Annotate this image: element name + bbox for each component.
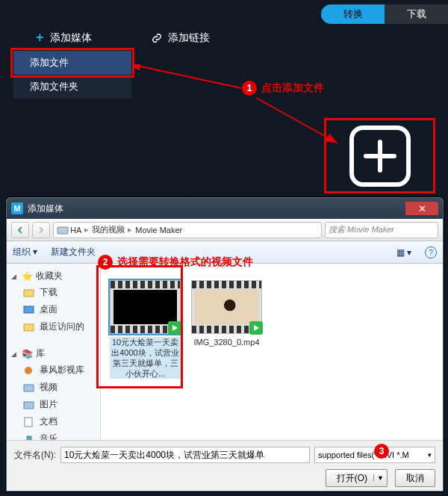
back-button[interactable] xyxy=(11,222,29,238)
sidebar-group-library[interactable]: ◢📚 库 xyxy=(7,344,100,362)
organize-button[interactable]: 组织 ▾ xyxy=(13,246,37,258)
file-name: IMG_3280_0.mp4 xyxy=(191,337,262,347)
dialog-sidebar: ◢⭐ 收藏夹 下载 桌面 最近访问的 ◢📚 库 暴风影视库 视频 图片 文档 音… xyxy=(7,264,101,443)
new-folder-button[interactable]: 新建文件夹 xyxy=(51,246,96,258)
dialog-titlebar: M 添加媒体 ✕ xyxy=(7,198,443,219)
callout-2: 2 选择需要转换格式的视频文件 xyxy=(98,255,253,270)
callout-3: 3 xyxy=(374,444,389,459)
callout-number: 2 xyxy=(98,255,113,270)
forward-button[interactable] xyxy=(32,222,50,238)
file-item[interactable]: 10元大烩菜一天卖出4000块，试营业第三天就爆单，三小伙开心... xyxy=(110,280,181,379)
svg-rect-9 xyxy=(25,418,32,427)
add-media-big-button[interactable] xyxy=(349,125,411,187)
help-button[interactable]: ? xyxy=(425,247,437,258)
sidebar-item-desktop[interactable]: 桌面 xyxy=(7,301,100,318)
svg-rect-8 xyxy=(24,402,34,409)
play-badge-icon xyxy=(168,321,181,335)
sidebar-group-favorites[interactable]: ◢⭐ 收藏夹 xyxy=(7,267,100,284)
sidebar-item-recent[interactable]: 最近访问的 xyxy=(7,318,100,335)
hdd-icon xyxy=(57,225,69,235)
cancel-button[interactable]: 取消 xyxy=(395,469,435,487)
dialog-navbar: HA▸ 我的视频▸ Movie Maker 搜索 Movie Maker xyxy=(7,219,443,241)
callout-number: 1 xyxy=(242,81,257,96)
sidebar-item-storm[interactable]: 暴风影视库 xyxy=(7,362,100,379)
file-name: 10元大烩菜一天卖出4000块，试营业第三天就爆单，三小伙开心... xyxy=(110,337,181,379)
svg-point-6 xyxy=(25,367,32,374)
link-icon xyxy=(152,33,162,43)
sidebar-item-documents[interactable]: 文档 xyxy=(7,413,100,430)
filename-label: 文件名(N): xyxy=(14,449,56,462)
play-badge-icon xyxy=(249,321,263,335)
plus-icon xyxy=(361,137,399,175)
plus-icon: + xyxy=(36,30,44,46)
open-button[interactable]: 打开(O)▼ xyxy=(326,469,388,487)
dialog-title: 添加媒体 xyxy=(28,202,405,215)
tab-label: 添加链接 xyxy=(168,31,210,45)
dropdown-item-add-folder[interactable]: 添加文件夹 xyxy=(13,75,131,99)
breadcrumb[interactable]: HA▸ 我的视频▸ Movie Maker xyxy=(53,222,322,238)
add-media-dropdown: 添加文件 添加文件夹 xyxy=(13,51,131,99)
callout-1: 1 点击添加文件 xyxy=(242,81,324,96)
svg-line-0 xyxy=(137,66,241,88)
callout-text: 点击添加文件 xyxy=(261,81,324,95)
sidebar-item-downloads[interactable]: 下载 xyxy=(7,284,100,301)
tab-label: 添加媒体 xyxy=(50,31,92,45)
search-input[interactable]: 搜索 Movie Maker xyxy=(325,222,438,238)
svg-rect-4 xyxy=(24,306,34,313)
svg-rect-7 xyxy=(24,385,34,391)
tab-download[interactable]: 下载 xyxy=(385,4,448,24)
dropdown-item-add-file[interactable]: 添加文件 xyxy=(13,51,131,75)
file-item[interactable]: IMG_3280_0.mp4 xyxy=(191,280,262,347)
svg-line-1 xyxy=(256,98,330,139)
svg-rect-5 xyxy=(24,324,34,331)
tab-add-link[interactable]: 添加链接 xyxy=(152,30,210,46)
sidebar-item-pictures[interactable]: 图片 xyxy=(7,396,100,413)
callout-text: 选择需要转换格式的视频文件 xyxy=(117,255,253,269)
tab-convert[interactable]: 转换 xyxy=(321,4,385,24)
sidebar-item-videos[interactable]: 视频 xyxy=(7,379,100,396)
annotation-arrow xyxy=(133,64,346,163)
svg-rect-3 xyxy=(24,290,34,297)
view-button[interactable]: ▦ ▾ xyxy=(396,247,411,258)
app-icon: M xyxy=(11,202,23,214)
close-button[interactable]: ✕ xyxy=(405,202,438,215)
file-list[interactable]: 10元大烩菜一天卖出4000块，试营业第三天就爆单，三小伙开心... IMG_3… xyxy=(101,264,443,443)
callout-number: 3 xyxy=(374,444,389,459)
tab-add-media[interactable]: + 添加媒体 xyxy=(36,30,92,46)
annotation-box xyxy=(324,118,435,193)
filename-input[interactable]: 10元大烩菜一天卖出4000块，试营业第三天就爆单 xyxy=(60,447,310,463)
svg-rect-2 xyxy=(57,227,68,234)
